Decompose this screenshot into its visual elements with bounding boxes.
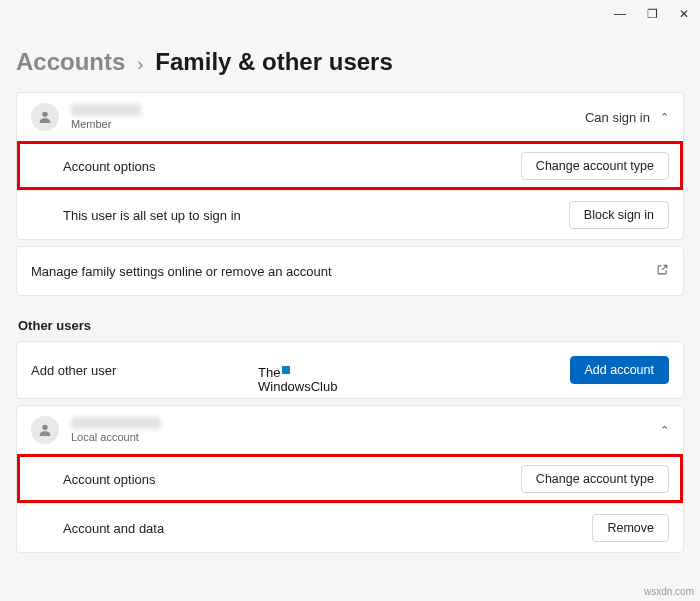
signin-status: Can sign in (585, 110, 650, 125)
account-data-row: Account and data Remove (17, 503, 683, 552)
window-controls: — ❐ ✕ (604, 0, 700, 28)
add-user-card: Add other user Add account (16, 341, 684, 399)
signin-message: This user is all set up to sign in (63, 208, 557, 223)
change-account-type-button[interactable]: Change account type (521, 152, 669, 180)
settings-content: Accounts › Family & other users Member C… (0, 0, 700, 575)
manage-family-label: Manage family settings online or remove … (31, 264, 332, 279)
manage-family-card[interactable]: Manage family settings online or remove … (16, 246, 684, 296)
source-watermark: wsxdn.com (644, 586, 694, 597)
avatar-icon (31, 416, 59, 444)
signin-row: This user is all set up to sign in Block… (17, 190, 683, 239)
page-title: Family & other users (155, 48, 392, 76)
block-signin-button[interactable]: Block sign in (569, 201, 669, 229)
user-info: Local account (71, 417, 648, 443)
svg-point-1 (42, 425, 47, 430)
restore-button[interactable]: ❐ (636, 0, 668, 28)
user-header[interactable]: Local account ⌃ (17, 406, 683, 454)
add-account-button[interactable]: Add account (570, 356, 670, 384)
user-role: Local account (71, 431, 648, 443)
user-header[interactable]: Member Can sign in ⌃ (17, 93, 683, 141)
account-options-label: Account options (63, 472, 509, 487)
user-role: Member (71, 118, 573, 130)
chevron-up-icon: ⌃ (660, 111, 669, 124)
account-options-label: Account options (63, 159, 509, 174)
breadcrumb-parent[interactable]: Accounts (16, 48, 125, 76)
user-info: Member (71, 104, 573, 130)
add-user-label: Add other user (31, 363, 116, 378)
remove-button[interactable]: Remove (592, 514, 669, 542)
breadcrumb: Accounts › Family & other users (16, 48, 684, 76)
minimize-button[interactable]: — (604, 0, 636, 28)
account-options-row: Account options Change account type (17, 141, 683, 190)
svg-point-0 (42, 112, 47, 117)
chevron-up-icon: ⌃ (660, 424, 669, 437)
family-user-card: Member Can sign in ⌃ Account options Cha… (16, 92, 684, 240)
local-user-card: Local account ⌃ Account options Change a… (16, 405, 684, 553)
account-data-label: Account and data (63, 521, 580, 536)
avatar-icon (31, 103, 59, 131)
external-link-icon (656, 263, 669, 279)
user-name-redacted (71, 417, 161, 429)
user-name-redacted (71, 104, 141, 116)
change-account-type-button[interactable]: Change account type (521, 465, 669, 493)
other-users-heading: Other users (18, 318, 684, 333)
account-options-row: Account options Change account type (17, 454, 683, 503)
close-button[interactable]: ✕ (668, 0, 700, 28)
chevron-right-icon: › (137, 54, 143, 75)
